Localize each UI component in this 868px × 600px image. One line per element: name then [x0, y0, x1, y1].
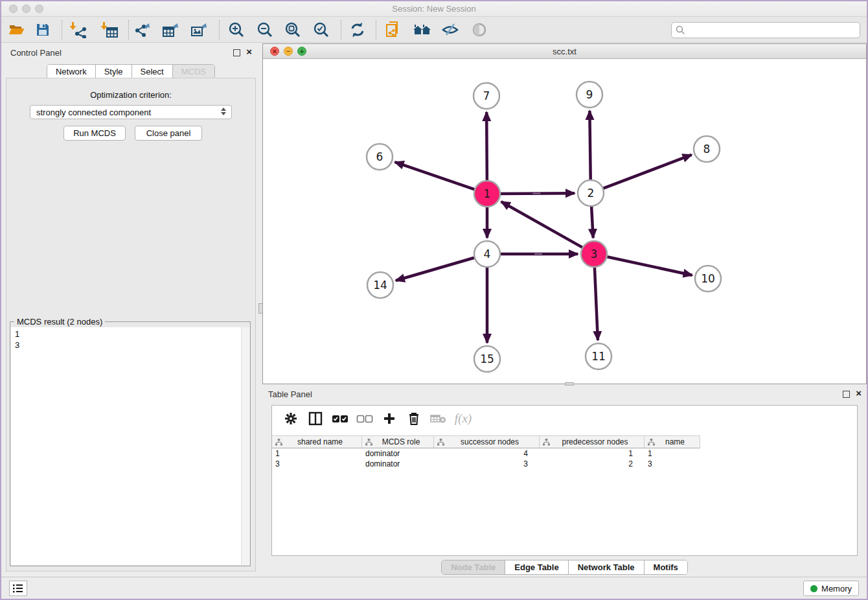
- window-title: Session: New Session: [1, 4, 867, 14]
- table-header-row: shared nameMCDS rolesuccessor nodesprede…: [272, 435, 700, 448]
- table-row[interactable]: 1dominator411: [272, 448, 857, 459]
- column-header-MCDS-role[interactable]: MCDS role: [362, 436, 434, 448]
- graph-node-9[interactable]: 9: [577, 82, 602, 108]
- memory-button[interactable]: Memory: [803, 581, 859, 596]
- delete-column-icon[interactable]: [402, 411, 426, 426]
- export-image-icon[interactable]: [188, 19, 211, 40]
- tab-style[interactable]: Style: [96, 65, 132, 78]
- zoom-in-icon[interactable]: [225, 19, 248, 40]
- cell-MCDS-role: dominator: [362, 449, 434, 458]
- graph-node-8[interactable]: 8: [694, 136, 720, 162]
- graph-node-10[interactable]: 10: [695, 266, 721, 292]
- optimization-criterion-select[interactable]: strongly connected component: [30, 105, 232, 119]
- zoom-selected-icon[interactable]: [310, 19, 333, 40]
- mcds-result-box: MCDS result (2 nodes) 1 3: [10, 321, 251, 566]
- status-bar: Memory: [1, 577, 867, 599]
- add-column-icon[interactable]: [377, 412, 402, 425]
- svg-text:14: 14: [373, 279, 387, 292]
- zoom-fit-icon[interactable]: [281, 19, 304, 40]
- save-session-icon[interactable]: [31, 19, 54, 40]
- cell-shared-name: 1: [272, 449, 362, 458]
- tab-node-table[interactable]: Node Table: [442, 560, 505, 574]
- settings-icon[interactable]: [279, 411, 303, 426]
- mcds-result-area[interactable]: 1 3: [11, 327, 249, 565]
- column-header-predecessor-nodes[interactable]: predecessor nodes: [540, 436, 645, 448]
- clone-network-icon[interactable]: [382, 19, 405, 40]
- result-scrollbar[interactable]: [241, 327, 249, 565]
- graph-edge-3-10[interactable]: [606, 257, 692, 275]
- table-panel-close-icon[interactable]: ×: [856, 387, 862, 399]
- export-network-icon[interactable]: [131, 19, 155, 40]
- table-panel-float-icon[interactable]: [843, 391, 850, 398]
- graph-edge-3-1[interactable]: [501, 202, 584, 248]
- graph-edge-2-9[interactable]: [589, 111, 590, 181]
- tab-motifs[interactable]: Motifs: [645, 560, 687, 574]
- graph-node-15[interactable]: 15: [474, 346, 500, 372]
- tab-network-table[interactable]: Network Table: [569, 560, 645, 574]
- zoom-out-icon[interactable]: [253, 19, 277, 40]
- graph-node-6[interactable]: 6: [367, 144, 393, 170]
- import-network-icon[interactable]: [67, 19, 90, 40]
- search-icon: [676, 25, 685, 38]
- task-list-icon[interactable]: [9, 581, 27, 596]
- network-graph[interactable]: 7968124314101511: [264, 59, 865, 383]
- network-view-window: × − + scc.txt 7968124314101511: [262, 43, 867, 384]
- control-panel-float-icon[interactable]: [233, 49, 240, 56]
- graph-node-2[interactable]: 2: [578, 180, 604, 206]
- horizontal-splitter-handle[interactable]: [565, 382, 574, 386]
- graph-edge-1-6[interactable]: [395, 162, 476, 190]
- column-header-successor-nodes[interactable]: successor nodes: [434, 436, 540, 448]
- tab-edge-table[interactable]: Edge Table: [505, 560, 568, 574]
- window-titlebar: Session: New Session: [1, 1, 867, 17]
- toolbar-separator: [341, 20, 341, 40]
- graph-edge-1-7[interactable]: [486, 112, 487, 182]
- graph-node-11[interactable]: 11: [586, 343, 611, 369]
- run-mcds-button[interactable]: Run MCDS: [63, 126, 126, 141]
- tab-network[interactable]: Network: [47, 65, 96, 78]
- svg-text:9: 9: [586, 88, 593, 101]
- column-header-shared-name[interactable]: shared name: [272, 436, 362, 448]
- graph-node-1[interactable]: 1: [474, 181, 500, 207]
- select-all-icon[interactable]: [328, 413, 352, 424]
- control-panel-close-icon[interactable]: ×: [246, 46, 252, 58]
- graph-node-14[interactable]: 14: [367, 272, 393, 298]
- mcds-result-title: MCDS result (2 nodes): [14, 317, 105, 327]
- cell-name: 1: [645, 449, 699, 458]
- refresh-icon[interactable]: [346, 19, 369, 40]
- delete-table-icon: [426, 413, 451, 424]
- graph-edge-3-11[interactable]: [595, 266, 598, 340]
- export-table-icon[interactable]: [159, 19, 183, 40]
- table-row[interactable]: 3dominator323: [272, 459, 857, 469]
- tab-select[interactable]: Select: [132, 65, 173, 78]
- column-header-name[interactable]: name: [645, 436, 699, 448]
- graph-edge-4-14[interactable]: [396, 257, 476, 281]
- open-session-icon[interactable]: [5, 19, 29, 40]
- svg-text:6: 6: [376, 150, 383, 163]
- split-panel-icon[interactable]: [303, 411, 328, 426]
- import-table-icon[interactable]: [98, 19, 121, 40]
- svg-text:4: 4: [484, 248, 491, 260]
- deselect-all-icon[interactable]: [352, 413, 377, 424]
- search-input[interactable]: [671, 22, 860, 38]
- graph-node-7[interactable]: 7: [474, 83, 499, 109]
- eye-disabled-icon: [468, 19, 491, 40]
- memory-status-icon: [810, 585, 817, 592]
- main-toolbar: [1, 17, 867, 43]
- home-icon[interactable]: [411, 19, 434, 40]
- svg-text:2: 2: [588, 187, 595, 200]
- graph-node-3[interactable]: 3: [581, 241, 607, 267]
- graph-edge-2-8[interactable]: [602, 155, 692, 189]
- toggle-visibility-icon[interactable]: [439, 19, 462, 40]
- mcds-result-text: 1 3: [15, 329, 19, 351]
- graph-edge-2-3[interactable]: [591, 205, 593, 238]
- network-window-titlebar: × − + scc.txt: [263, 44, 866, 59]
- graph-node-4[interactable]: 4: [474, 241, 500, 267]
- svg-text:3: 3: [591, 248, 598, 260]
- close-panel-button[interactable]: Close panel: [135, 126, 202, 141]
- cell-predecessor-nodes: 2: [540, 459, 645, 468]
- tab-mcds[interactable]: MCDS: [173, 65, 214, 78]
- cell-MCDS-role: dominator: [362, 459, 434, 468]
- control-panel: Control Panel × NetworkStyleSelectMCDS O…: [5, 45, 257, 577]
- search-field-wrap: [671, 22, 860, 38]
- select-stepper-icon: [221, 108, 226, 115]
